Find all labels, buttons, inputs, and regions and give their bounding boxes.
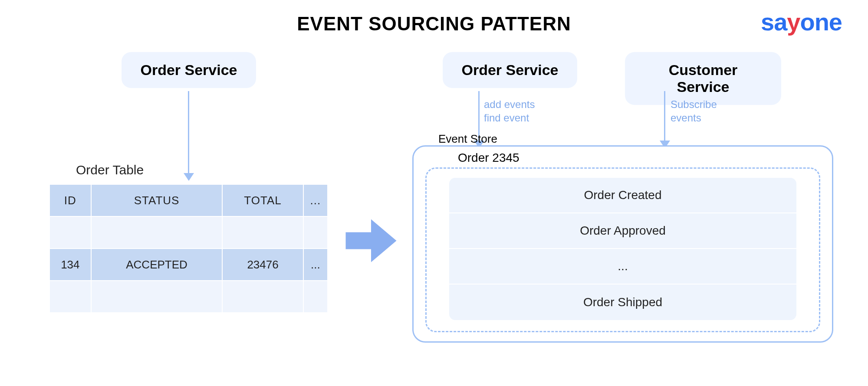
arrow-label-subscribe: Subscribeevents bbox=[671, 98, 717, 124]
table-row: 134 ACCEPTED 23476 ... bbox=[49, 249, 328, 281]
table-header: ... bbox=[303, 184, 328, 216]
table-header: STATUS bbox=[91, 184, 223, 216]
logo-suffix: one bbox=[800, 8, 842, 36]
event-item: ... bbox=[449, 249, 796, 285]
order-service-box-right: Order Service bbox=[443, 52, 577, 88]
table-row bbox=[49, 281, 328, 313]
table-row bbox=[49, 216, 328, 249]
event-list: Order Created Order Approved ... Order S… bbox=[449, 178, 796, 320]
logo-accent: y bbox=[787, 8, 800, 36]
event-item: Order Approved bbox=[449, 213, 796, 249]
arrow-right-icon bbox=[343, 213, 399, 271]
diagram-title: EVENT SOURCING PATTERN bbox=[297, 13, 571, 35]
event-item: Order Shipped bbox=[449, 285, 796, 320]
event-store-label: Event Store bbox=[438, 132, 497, 146]
customer-service-box: Customer Service bbox=[625, 52, 781, 105]
arrow-label-add-find: add eventsfind event bbox=[484, 98, 535, 124]
table-header: ID bbox=[49, 184, 91, 216]
brand-logo: sayone bbox=[761, 8, 842, 36]
event-item: Order Created bbox=[449, 178, 796, 213]
event-store-order-label: Order 2345 bbox=[458, 151, 519, 165]
order-table-label: Order Table bbox=[76, 163, 144, 177]
arrow-down-icon bbox=[664, 91, 665, 147]
table-header: TOTAL bbox=[222, 184, 303, 216]
logo-prefix: sa bbox=[761, 8, 787, 36]
arrow-down-icon bbox=[188, 91, 189, 180]
order-service-box-left: Order Service bbox=[122, 52, 256, 88]
order-table: ID STATUS TOTAL ... 134 ACCEPTED 23476 .… bbox=[49, 184, 328, 313]
